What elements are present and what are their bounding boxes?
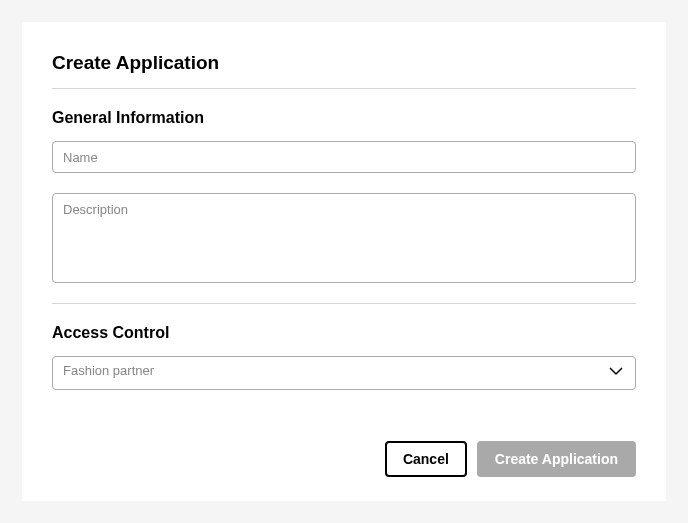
section-title-general: General Information <box>52 109 636 127</box>
description-textarea[interactable] <box>52 193 636 283</box>
button-row: Cancel Create Application <box>52 441 636 477</box>
name-input[interactable] <box>52 141 636 173</box>
divider <box>52 88 636 89</box>
create-application-card: Create Application General Information A… <box>22 22 666 501</box>
section-title-access: Access Control <box>52 324 636 342</box>
access-control-select[interactable]: Fashion partner <box>52 356 636 390</box>
cancel-button[interactable]: Cancel <box>385 441 467 477</box>
page-title: Create Application <box>52 52 636 74</box>
divider <box>52 303 636 304</box>
access-control-select-wrapper: Fashion partner <box>52 356 636 390</box>
create-application-button[interactable]: Create Application <box>477 441 636 477</box>
